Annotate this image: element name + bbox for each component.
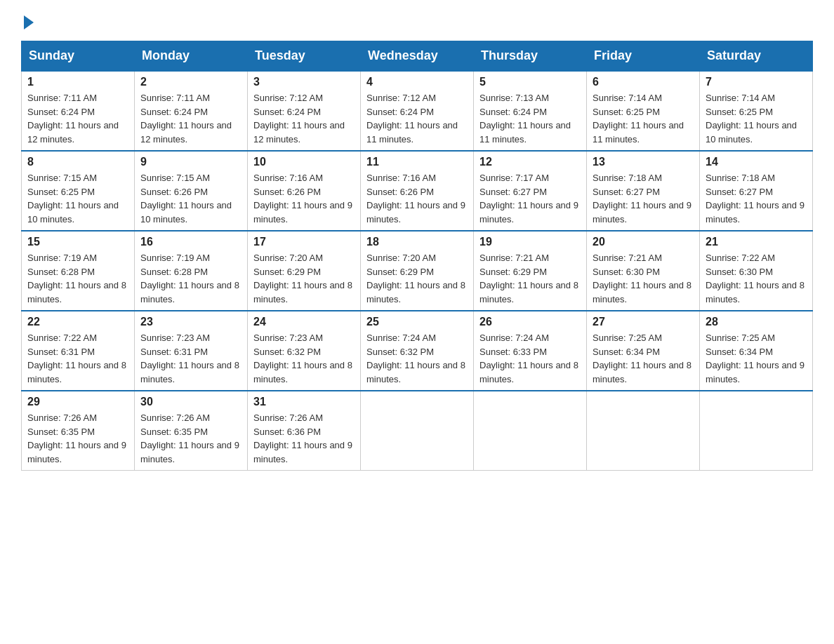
day-number: 9	[140, 156, 241, 168]
calendar-day-cell: 8 Sunrise: 7:15 AM Sunset: 6:25 PM Dayli…	[22, 151, 135, 231]
calendar-day-cell: 3 Sunrise: 7:12 AM Sunset: 6:24 PM Dayli…	[248, 71, 361, 151]
day-of-week-header: Thursday	[474, 41, 587, 72]
day-number: 18	[366, 236, 468, 248]
day-info: Sunrise: 7:21 AM Sunset: 6:29 PM Dayligh…	[479, 251, 581, 306]
day-number: 30	[140, 396, 241, 408]
day-info: Sunrise: 7:23 AM Sunset: 6:32 PM Dayligh…	[253, 331, 355, 386]
day-of-week-header: Monday	[135, 41, 248, 72]
day-info: Sunrise: 7:17 AM Sunset: 6:27 PM Dayligh…	[479, 171, 581, 226]
day-info: Sunrise: 7:15 AM Sunset: 6:26 PM Dayligh…	[140, 171, 241, 226]
day-number: 12	[479, 156, 581, 168]
calendar-day-cell: 24 Sunrise: 7:23 AM Sunset: 6:32 PM Dayl…	[248, 311, 361, 391]
day-info: Sunrise: 7:19 AM Sunset: 6:28 PM Dayligh…	[140, 251, 241, 306]
day-info: Sunrise: 7:20 AM Sunset: 6:29 PM Dayligh…	[253, 251, 355, 306]
day-info: Sunrise: 7:24 AM Sunset: 6:32 PM Dayligh…	[366, 331, 468, 386]
calendar-day-cell: 14 Sunrise: 7:18 AM Sunset: 6:27 PM Dayl…	[700, 151, 813, 231]
calendar-day-cell: 5 Sunrise: 7:13 AM Sunset: 6:24 PM Dayli…	[474, 71, 587, 151]
calendar-table: SundayMondayTuesdayWednesdayThursdayFrid…	[21, 41, 813, 471]
day-info: Sunrise: 7:16 AM Sunset: 6:26 PM Dayligh…	[253, 171, 355, 226]
day-of-week-header: Wednesday	[361, 41, 474, 72]
day-info: Sunrise: 7:12 AM Sunset: 6:24 PM Dayligh…	[253, 91, 355, 146]
day-number: 13	[593, 156, 694, 168]
day-info: Sunrise: 7:25 AM Sunset: 6:34 PM Dayligh…	[593, 331, 694, 386]
calendar-day-cell	[361, 391, 474, 471]
day-info: Sunrise: 7:14 AM Sunset: 6:25 PM Dayligh…	[593, 91, 694, 146]
calendar-day-cell: 12 Sunrise: 7:17 AM Sunset: 6:27 PM Dayl…	[474, 151, 587, 231]
day-number: 15	[27, 236, 128, 248]
day-number: 14	[706, 156, 807, 168]
calendar-day-cell: 26 Sunrise: 7:24 AM Sunset: 6:33 PM Dayl…	[474, 311, 587, 391]
day-number: 21	[706, 236, 807, 248]
day-number: 17	[253, 236, 355, 248]
calendar-day-cell: 21 Sunrise: 7:22 AM Sunset: 6:30 PM Dayl…	[700, 231, 813, 311]
day-number: 4	[366, 76, 468, 88]
calendar-day-cell: 2 Sunrise: 7:11 AM Sunset: 6:24 PM Dayli…	[135, 71, 248, 151]
day-number: 27	[593, 316, 694, 328]
calendar-week-row: 29 Sunrise: 7:26 AM Sunset: 6:35 PM Dayl…	[22, 391, 813, 471]
calendar-week-row: 1 Sunrise: 7:11 AM Sunset: 6:24 PM Dayli…	[22, 71, 813, 151]
day-info: Sunrise: 7:11 AM Sunset: 6:24 PM Dayligh…	[27, 91, 128, 146]
day-number: 31	[253, 396, 355, 408]
calendar-day-cell: 22 Sunrise: 7:22 AM Sunset: 6:31 PM Dayl…	[22, 311, 135, 391]
logo	[21, 14, 34, 27]
calendar-day-cell: 11 Sunrise: 7:16 AM Sunset: 6:26 PM Dayl…	[361, 151, 474, 231]
day-number: 5	[479, 76, 581, 88]
day-number: 1	[27, 76, 128, 88]
day-number: 16	[140, 236, 241, 248]
day-number: 20	[593, 236, 694, 248]
calendar-day-cell: 19 Sunrise: 7:21 AM Sunset: 6:29 PM Dayl…	[474, 231, 587, 311]
calendar-day-cell: 23 Sunrise: 7:23 AM Sunset: 6:31 PM Dayl…	[135, 311, 248, 391]
day-info: Sunrise: 7:15 AM Sunset: 6:25 PM Dayligh…	[27, 171, 128, 226]
day-number: 28	[706, 316, 807, 328]
calendar-week-row: 15 Sunrise: 7:19 AM Sunset: 6:28 PM Dayl…	[22, 231, 813, 311]
logo-arrow-icon	[24, 15, 34, 29]
day-info: Sunrise: 7:19 AM Sunset: 6:28 PM Dayligh…	[27, 251, 128, 306]
calendar-day-cell: 9 Sunrise: 7:15 AM Sunset: 6:26 PM Dayli…	[135, 151, 248, 231]
day-info: Sunrise: 7:22 AM Sunset: 6:30 PM Dayligh…	[706, 251, 807, 306]
day-number: 6	[593, 76, 694, 88]
calendar-day-cell	[587, 391, 700, 471]
calendar-day-cell	[700, 391, 813, 471]
day-of-week-header: Friday	[587, 41, 700, 72]
day-info: Sunrise: 7:23 AM Sunset: 6:31 PM Dayligh…	[140, 331, 241, 386]
calendar-day-cell: 15 Sunrise: 7:19 AM Sunset: 6:28 PM Dayl…	[22, 231, 135, 311]
day-info: Sunrise: 7:26 AM Sunset: 6:36 PM Dayligh…	[253, 411, 355, 466]
calendar-day-cell: 27 Sunrise: 7:25 AM Sunset: 6:34 PM Dayl…	[587, 311, 700, 391]
page-header	[21, 14, 813, 27]
day-of-week-header: Tuesday	[248, 41, 361, 72]
calendar-day-cell: 28 Sunrise: 7:25 AM Sunset: 6:34 PM Dayl…	[700, 311, 813, 391]
day-info: Sunrise: 7:18 AM Sunset: 6:27 PM Dayligh…	[706, 171, 807, 226]
day-number: 7	[706, 76, 807, 88]
calendar-day-cell: 20 Sunrise: 7:21 AM Sunset: 6:30 PM Dayl…	[587, 231, 700, 311]
calendar-day-cell: 6 Sunrise: 7:14 AM Sunset: 6:25 PM Dayli…	[587, 71, 700, 151]
day-info: Sunrise: 7:13 AM Sunset: 6:24 PM Dayligh…	[479, 91, 581, 146]
day-info: Sunrise: 7:20 AM Sunset: 6:29 PM Dayligh…	[366, 251, 468, 306]
day-number: 8	[27, 156, 128, 168]
calendar-day-cell: 18 Sunrise: 7:20 AM Sunset: 6:29 PM Dayl…	[361, 231, 474, 311]
day-number: 24	[253, 316, 355, 328]
day-info: Sunrise: 7:26 AM Sunset: 6:35 PM Dayligh…	[27, 411, 128, 466]
day-number: 22	[27, 316, 128, 328]
calendar-day-cell: 13 Sunrise: 7:18 AM Sunset: 6:27 PM Dayl…	[587, 151, 700, 231]
day-info: Sunrise: 7:18 AM Sunset: 6:27 PM Dayligh…	[593, 171, 694, 226]
day-info: Sunrise: 7:16 AM Sunset: 6:26 PM Dayligh…	[366, 171, 468, 226]
calendar-day-cell: 29 Sunrise: 7:26 AM Sunset: 6:35 PM Dayl…	[22, 391, 135, 471]
day-number: 25	[366, 316, 468, 328]
day-info: Sunrise: 7:14 AM Sunset: 6:25 PM Dayligh…	[706, 91, 807, 146]
day-info: Sunrise: 7:12 AM Sunset: 6:24 PM Dayligh…	[366, 91, 468, 146]
day-of-week-header: Sunday	[22, 41, 135, 72]
calendar-day-cell: 17 Sunrise: 7:20 AM Sunset: 6:29 PM Dayl…	[248, 231, 361, 311]
calendar-day-cell: 30 Sunrise: 7:26 AM Sunset: 6:35 PM Dayl…	[135, 391, 248, 471]
day-number: 11	[366, 156, 468, 168]
calendar-header-row: SundayMondayTuesdayWednesdayThursdayFrid…	[22, 41, 813, 72]
day-info: Sunrise: 7:22 AM Sunset: 6:31 PM Dayligh…	[27, 331, 128, 386]
calendar-day-cell: 7 Sunrise: 7:14 AM Sunset: 6:25 PM Dayli…	[700, 71, 813, 151]
calendar-week-row: 8 Sunrise: 7:15 AM Sunset: 6:25 PM Dayli…	[22, 151, 813, 231]
calendar-week-row: 22 Sunrise: 7:22 AM Sunset: 6:31 PM Dayl…	[22, 311, 813, 391]
day-info: Sunrise: 7:24 AM Sunset: 6:33 PM Dayligh…	[479, 331, 581, 386]
day-info: Sunrise: 7:21 AM Sunset: 6:30 PM Dayligh…	[593, 251, 694, 306]
day-number: 3	[253, 76, 355, 88]
day-number: 19	[479, 236, 581, 248]
calendar-day-cell: 31 Sunrise: 7:26 AM Sunset: 6:36 PM Dayl…	[248, 391, 361, 471]
day-info: Sunrise: 7:26 AM Sunset: 6:35 PM Dayligh…	[140, 411, 241, 466]
